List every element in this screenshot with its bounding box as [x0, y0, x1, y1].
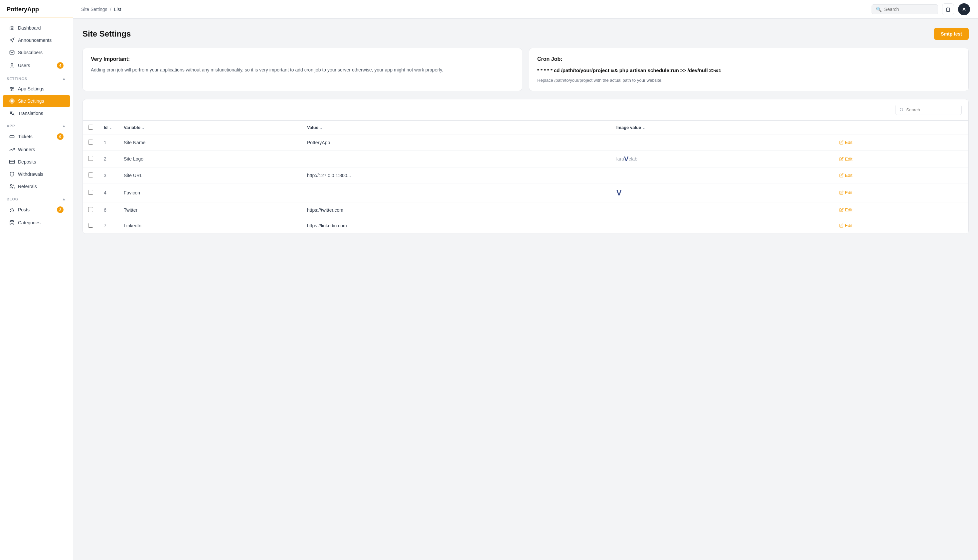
row-checkbox[interactable] — [88, 156, 93, 161]
sidebar-item-label: Users — [18, 63, 30, 68]
col-header-image-value: Image value⌄ — [611, 121, 834, 135]
row-id: 6 — [99, 202, 119, 218]
cron-card: Cron Job: * * * * * cd /path/to/your/pro… — [529, 48, 969, 91]
row-image-value — [611, 135, 834, 150]
sidebar-item-label: App Settings — [18, 86, 44, 92]
table-row: 1Site NamePotteryApp Edit — [83, 135, 968, 150]
svg-point-16 — [900, 108, 903, 111]
sidebar-item-posts[interactable]: Posts 2 — [3, 203, 70, 217]
row-edit-cell: Edit — [834, 135, 968, 150]
row-value: https://linkedin.com — [302, 218, 611, 233]
sidebar-item-withdrawals[interactable]: Withdrawals — [3, 168, 70, 180]
edit-icon — [839, 173, 844, 177]
settings-table: Id⌄ Variable⌄ Value⌄ Image value⌄ — [83, 121, 968, 233]
edit-button[interactable]: Edit — [839, 207, 852, 212]
smtp-test-button[interactable]: Smtp test — [934, 28, 969, 40]
svg-point-15 — [10, 220, 14, 222]
row-id: 3 — [99, 168, 119, 183]
sidebar-item-label: Announcements — [18, 38, 52, 43]
sidebar-item-subscribers[interactable]: Subscribers — [3, 47, 70, 58]
sidebar-item-translations[interactable]: Translations — [3, 107, 70, 119]
blog-section-label: BLOG ▲ — [0, 193, 73, 203]
row-checkbox-cell — [83, 135, 99, 150]
col-header-variable: Variable⌄ — [119, 121, 302, 135]
edit-button[interactable]: Edit — [839, 157, 852, 162]
row-edit-cell: Edit — [834, 202, 968, 218]
table-toolbar — [83, 99, 968, 121]
sidebar-item-announcements[interactable]: Announcements — [3, 34, 70, 46]
table-search-box[interactable] — [895, 105, 962, 115]
row-checkbox-cell — [83, 218, 99, 233]
row-checkbox[interactable] — [88, 207, 93, 212]
edit-icon — [839, 223, 844, 228]
sidebar-item-label: Translations — [18, 111, 43, 116]
row-id: 7 — [99, 218, 119, 233]
app-chevron-icon: ▲ — [62, 123, 66, 128]
cron-card-note: Replace /path/to/your/project with the a… — [537, 78, 960, 83]
svg-point-13 — [13, 185, 14, 186]
row-image-value: V — [611, 183, 834, 202]
svg-rect-10 — [10, 160, 15, 164]
table-search-input[interactable] — [906, 107, 957, 112]
row-edit-cell: Edit — [834, 183, 968, 202]
edit-icon — [839, 190, 844, 195]
sidebar-item-referrals[interactable]: Referrals — [3, 180, 70, 192]
row-checkbox[interactable] — [88, 190, 93, 195]
edit-button[interactable]: Edit — [839, 223, 852, 228]
sidebar-item-winners[interactable]: Winners — [3, 143, 70, 155]
users-badge: 4 — [57, 62, 64, 69]
edit-icon — [839, 157, 844, 161]
row-variable: Site Logo — [119, 150, 302, 168]
row-checkbox-cell — [83, 168, 99, 183]
sidebar-item-categories[interactable]: Categories — [3, 217, 70, 228]
row-value: https://twitter.com — [302, 202, 611, 218]
sidebar-item-site-settings[interactable]: Site Settings — [3, 95, 70, 107]
topbar-search-icon: 🔍 — [876, 7, 881, 12]
sidebar-item-app-settings[interactable]: App Settings — [3, 83, 70, 95]
row-variable: Twitter — [119, 202, 302, 218]
topbar-search-box[interactable]: 🔍 — [871, 4, 938, 14]
edit-button[interactable]: Edit — [839, 190, 852, 195]
table-header-row: Id⌄ Variable⌄ Value⌄ Image value⌄ — [83, 121, 968, 135]
topbar-right: 🔍 A — [871, 3, 970, 15]
ticket-icon — [9, 134, 15, 139]
cron-card-title: Cron Job: — [537, 56, 960, 62]
sidebar-item-users[interactable]: Users 4 — [3, 59, 70, 72]
topbar-search-input[interactable] — [884, 7, 934, 12]
row-checkbox-cell — [83, 202, 99, 218]
home-icon — [9, 25, 15, 30]
main-area: Site Settings / List 🔍 A Site Settings S… — [73, 0, 978, 560]
sidebar-item-tickets[interactable]: Tickets 0 — [3, 130, 70, 143]
breadcrumb-parent: Site Settings — [81, 7, 107, 12]
trash-icon — [945, 7, 951, 12]
sidebar-item-label: Posts — [18, 207, 30, 212]
svg-point-12 — [10, 185, 12, 186]
settings-chevron-icon: ▲ — [62, 77, 66, 81]
sidebar-item-deposits[interactable]: Deposits — [3, 156, 70, 168]
edit-button[interactable]: Edit — [839, 140, 852, 145]
edit-button[interactable]: Edit — [839, 173, 852, 178]
row-value — [302, 183, 611, 202]
sidebar: PotteryApp Dashboard Announcements Subsc… — [0, 0, 73, 560]
row-id: 1 — [99, 135, 119, 150]
tickets-badge: 0 — [57, 133, 64, 140]
select-all-checkbox[interactable] — [88, 125, 93, 130]
app-section-label: APP ▲ — [0, 120, 73, 130]
row-checkbox[interactable] — [88, 172, 93, 177]
row-checkbox[interactable] — [88, 140, 93, 145]
avatar[interactable]: A — [958, 3, 970, 15]
row-checkbox[interactable] — [88, 223, 93, 228]
sidebar-item-dashboard[interactable]: Dashboard — [3, 22, 70, 34]
row-value: PotteryApp — [302, 135, 611, 150]
trending-up-icon — [9, 147, 15, 152]
sidebar-item-label: Referrals — [18, 184, 37, 189]
delete-button[interactable] — [942, 3, 954, 15]
row-value: http://127.0.0.1:800... — [302, 168, 611, 183]
select-all-cell — [83, 121, 99, 135]
svg-point-7 — [11, 90, 12, 91]
posts-badge: 2 — [57, 207, 64, 213]
megaphone-icon — [9, 38, 15, 43]
edit-icon — [839, 208, 844, 212]
svg-line-17 — [903, 110, 903, 111]
sidebar-item-label: Winners — [18, 147, 35, 152]
